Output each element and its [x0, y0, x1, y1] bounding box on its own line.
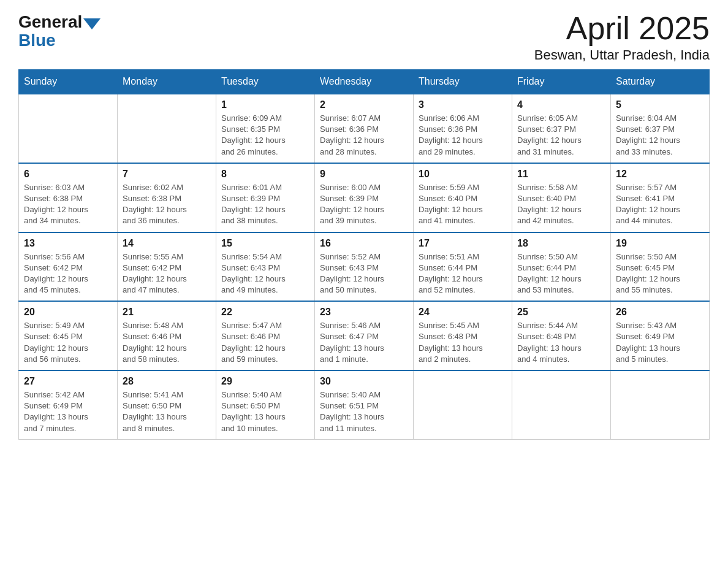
day-number: 5 — [616, 99, 704, 110]
day-info: Sunrise: 5:43 AMSunset: 6:49 PMDaylight:… — [616, 320, 704, 365]
day-info: Sunrise: 6:05 AMSunset: 6:37 PMDaylight:… — [517, 113, 605, 158]
calendar-cell-w2-d7: 12Sunrise: 5:57 AMSunset: 6:41 PMDayligh… — [611, 163, 710, 232]
logo-blue-text: Blue — [18, 31, 56, 50]
day-number: 21 — [123, 307, 211, 318]
header-saturday: Saturday — [611, 70, 710, 94]
day-info: Sunrise: 5:48 AMSunset: 6:46 PMDaylight:… — [123, 320, 211, 365]
calendar-cell-w5-d5 — [414, 370, 512, 439]
calendar-cell-w3-d1: 13Sunrise: 5:56 AMSunset: 6:42 PMDayligh… — [19, 232, 118, 302]
day-info: Sunrise: 5:56 AMSunset: 6:42 PMDaylight:… — [24, 251, 112, 296]
calendar-cell-w1-d7: 5Sunrise: 6:04 AMSunset: 6:37 PMDaylight… — [611, 94, 710, 163]
day-info: Sunrise: 5:52 AMSunset: 6:43 PMDaylight:… — [320, 251, 408, 296]
day-number: 24 — [419, 307, 507, 318]
day-info: Sunrise: 5:54 AMSunset: 6:43 PMDaylight:… — [221, 251, 309, 296]
calendar-week-5: 27Sunrise: 5:42 AMSunset: 6:49 PMDayligh… — [19, 370, 710, 439]
calendar-cell-w2-d4: 9Sunrise: 6:00 AMSunset: 6:39 PMDaylight… — [315, 163, 414, 232]
calendar-cell-w4-d7: 26Sunrise: 5:43 AMSunset: 6:49 PMDayligh… — [611, 301, 710, 370]
day-number: 9 — [320, 169, 408, 180]
day-number: 15 — [221, 238, 309, 249]
day-info: Sunrise: 5:45 AMSunset: 6:48 PMDaylight:… — [419, 320, 507, 365]
day-info: Sunrise: 5:49 AMSunset: 6:45 PMDaylight:… — [24, 320, 112, 365]
calendar-table: Sunday Monday Tuesday Wednesday Thursday… — [18, 69, 710, 440]
day-number: 19 — [616, 238, 704, 249]
day-number: 20 — [24, 307, 112, 318]
day-number: 17 — [419, 238, 507, 249]
day-number: 1 — [221, 99, 309, 110]
calendar-cell-w2-d1: 6Sunrise: 6:03 AMSunset: 6:38 PMDaylight… — [19, 163, 118, 232]
calendar-cell-w4-d4: 23Sunrise: 5:46 AMSunset: 6:47 PMDayligh… — [315, 301, 414, 370]
day-info: Sunrise: 5:50 AMSunset: 6:45 PMDaylight:… — [616, 251, 704, 296]
calendar-cell-w3-d3: 15Sunrise: 5:54 AMSunset: 6:43 PMDayligh… — [216, 232, 315, 302]
calendar-cell-w3-d6: 18Sunrise: 5:50 AMSunset: 6:44 PMDayligh… — [512, 232, 611, 302]
calendar-cell-w1-d1 — [19, 94, 118, 163]
day-number: 4 — [517, 99, 605, 110]
calendar-cell-w5-d1: 27Sunrise: 5:42 AMSunset: 6:49 PMDayligh… — [19, 370, 118, 439]
day-number: 26 — [616, 307, 704, 318]
day-info: Sunrise: 5:42 AMSunset: 6:49 PMDaylight:… — [24, 389, 112, 434]
header-thursday: Thursday — [414, 70, 512, 94]
day-number: 30 — [320, 376, 408, 387]
day-number: 14 — [123, 238, 211, 249]
logo-triangle-icon — [83, 18, 100, 29]
day-info: Sunrise: 6:06 AMSunset: 6:36 PMDaylight:… — [419, 113, 507, 158]
day-number: 25 — [517, 307, 605, 318]
day-number: 16 — [320, 238, 408, 249]
calendar-week-1: 1Sunrise: 6:09 AMSunset: 6:35 PMDaylight… — [19, 94, 710, 163]
day-number: 11 — [517, 169, 605, 180]
day-number: 28 — [123, 376, 211, 387]
calendar-cell-w1-d5: 3Sunrise: 6:06 AMSunset: 6:36 PMDaylight… — [414, 94, 512, 163]
day-number: 13 — [24, 238, 112, 249]
day-info: Sunrise: 5:59 AMSunset: 6:40 PMDaylight:… — [419, 182, 507, 227]
calendar-cell-w1-d3: 1Sunrise: 6:09 AMSunset: 6:35 PMDaylight… — [216, 94, 315, 163]
logo: General Blue — [18, 12, 100, 50]
day-info: Sunrise: 6:07 AMSunset: 6:36 PMDaylight:… — [320, 113, 408, 158]
day-info: Sunrise: 6:09 AMSunset: 6:35 PMDaylight:… — [221, 113, 309, 158]
day-info: Sunrise: 5:46 AMSunset: 6:47 PMDaylight:… — [320, 320, 408, 365]
day-info: Sunrise: 6:02 AMSunset: 6:38 PMDaylight:… — [123, 182, 211, 227]
calendar-cell-w5-d6 — [512, 370, 611, 439]
calendar-cell-w1-d4: 2Sunrise: 6:07 AMSunset: 6:36 PMDaylight… — [315, 94, 414, 163]
calendar-cell-w3-d5: 17Sunrise: 5:51 AMSunset: 6:44 PMDayligh… — [414, 232, 512, 302]
calendar-cell-w3-d2: 14Sunrise: 5:55 AMSunset: 6:42 PMDayligh… — [118, 232, 216, 302]
calendar-cell-w5-d2: 28Sunrise: 5:41 AMSunset: 6:50 PMDayligh… — [118, 370, 216, 439]
calendar-header-row: Sunday Monday Tuesday Wednesday Thursday… — [19, 70, 710, 94]
calendar-cell-w1-d6: 4Sunrise: 6:05 AMSunset: 6:37 PMDaylight… — [512, 94, 611, 163]
calendar-week-4: 20Sunrise: 5:49 AMSunset: 6:45 PMDayligh… — [19, 301, 710, 370]
day-info: Sunrise: 5:57 AMSunset: 6:41 PMDaylight:… — [616, 182, 704, 227]
header-tuesday: Tuesday — [216, 70, 315, 94]
day-number: 6 — [24, 169, 112, 180]
day-info: Sunrise: 5:47 AMSunset: 6:46 PMDaylight:… — [221, 320, 309, 365]
calendar-cell-w2-d5: 10Sunrise: 5:59 AMSunset: 6:40 PMDayligh… — [414, 163, 512, 232]
calendar-cell-w3-d7: 19Sunrise: 5:50 AMSunset: 6:45 PMDayligh… — [611, 232, 710, 302]
calendar-cell-w4-d1: 20Sunrise: 5:49 AMSunset: 6:45 PMDayligh… — [19, 301, 118, 370]
calendar-cell-w4-d6: 25Sunrise: 5:44 AMSunset: 6:48 PMDayligh… — [512, 301, 611, 370]
day-number: 8 — [221, 169, 309, 180]
calendar-cell-w2-d3: 8Sunrise: 6:01 AMSunset: 6:39 PMDaylight… — [216, 163, 315, 232]
day-info: Sunrise: 5:51 AMSunset: 6:44 PMDaylight:… — [419, 251, 507, 296]
calendar-cell-w2-d6: 11Sunrise: 5:58 AMSunset: 6:40 PMDayligh… — [512, 163, 611, 232]
day-info: Sunrise: 6:04 AMSunset: 6:37 PMDaylight:… — [616, 113, 704, 158]
day-info: Sunrise: 6:03 AMSunset: 6:38 PMDaylight:… — [24, 182, 112, 227]
calendar-cell-w2-d2: 7Sunrise: 6:02 AMSunset: 6:38 PMDaylight… — [118, 163, 216, 232]
header-monday: Monday — [118, 70, 216, 94]
day-info: Sunrise: 6:01 AMSunset: 6:39 PMDaylight:… — [221, 182, 309, 227]
calendar-cell-w4-d2: 21Sunrise: 5:48 AMSunset: 6:46 PMDayligh… — [118, 301, 216, 370]
calendar-cell-w1-d2 — [118, 94, 216, 163]
calendar-cell-w4-d5: 24Sunrise: 5:45 AMSunset: 6:48 PMDayligh… — [414, 301, 512, 370]
day-number: 2 — [320, 99, 408, 110]
header-wednesday: Wednesday — [315, 70, 414, 94]
calendar-week-2: 6Sunrise: 6:03 AMSunset: 6:38 PMDaylight… — [19, 163, 710, 232]
day-number: 23 — [320, 307, 408, 318]
day-info: Sunrise: 5:40 AMSunset: 6:51 PMDaylight:… — [320, 389, 408, 434]
day-info: Sunrise: 5:44 AMSunset: 6:48 PMDaylight:… — [517, 320, 605, 365]
page-header: General Blue April 2025 Beswan, Uttar Pr… — [18, 12, 710, 63]
calendar-cell-w4-d3: 22Sunrise: 5:47 AMSunset: 6:46 PMDayligh… — [216, 301, 315, 370]
day-info: Sunrise: 5:50 AMSunset: 6:44 PMDaylight:… — [517, 251, 605, 296]
day-number: 3 — [419, 99, 507, 110]
day-number: 27 — [24, 376, 112, 387]
day-number: 18 — [517, 238, 605, 249]
day-info: Sunrise: 5:41 AMSunset: 6:50 PMDaylight:… — [123, 389, 211, 434]
calendar-cell-w5-d4: 30Sunrise: 5:40 AMSunset: 6:51 PMDayligh… — [315, 370, 414, 439]
day-info: Sunrise: 6:00 AMSunset: 6:39 PMDaylight:… — [320, 182, 408, 227]
day-number: 22 — [221, 307, 309, 318]
